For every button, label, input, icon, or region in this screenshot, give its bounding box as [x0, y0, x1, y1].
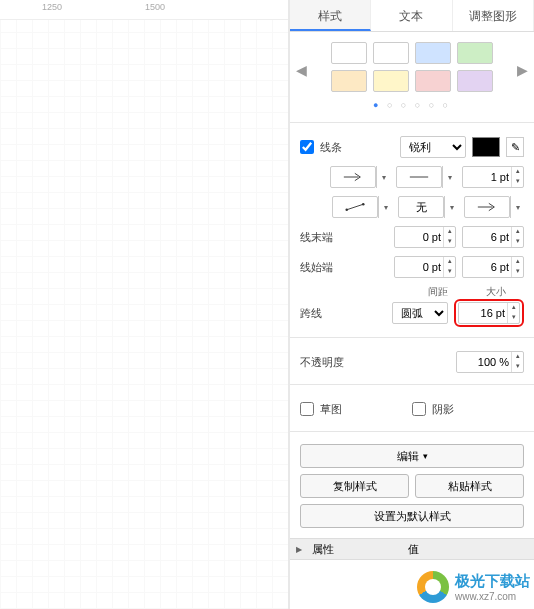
- arrow-start-style-button[interactable]: [464, 196, 510, 218]
- line-end-label: 线末端: [300, 230, 336, 245]
- line-dash-style-button[interactable]: [396, 166, 442, 188]
- svg-point-4: [362, 203, 365, 206]
- line-dash-dropdown-icon[interactable]: ▾: [442, 166, 456, 188]
- line-end-spacing-input[interactable]: [395, 227, 443, 247]
- line-sharp-select[interactable]: 锐利: [400, 136, 466, 158]
- waypoint-style-button[interactable]: 无: [398, 196, 444, 218]
- canvas-ruler-horizontal: 1250 1500: [0, 0, 290, 20]
- watermark: 极光下载站 www.xz7.com: [417, 571, 530, 603]
- arrow-end-style-button[interactable]: [330, 166, 376, 188]
- svg-line-2: [347, 204, 364, 210]
- swatch-pink[interactable]: [415, 70, 451, 92]
- tab-style[interactable]: 样式: [290, 0, 371, 31]
- disclosure-triangle-icon[interactable]: ▶: [290, 545, 304, 554]
- edit-style-label: 编辑: [397, 449, 419, 464]
- cross-line-size-highlight: ▴▾: [454, 299, 524, 327]
- swatch-next-icon[interactable]: ▶: [517, 62, 528, 78]
- connector-type-dropdown-icon[interactable]: ▾: [378, 196, 392, 218]
- ruler-mark: 1500: [145, 2, 165, 12]
- cross-line-label: 跨线: [300, 306, 336, 321]
- cross-line-size-stepper[interactable]: ▴▾: [458, 302, 520, 324]
- swatch-purple[interactable]: [457, 70, 493, 92]
- cross-line-size-input[interactable]: [459, 303, 507, 323]
- swatch-row-2: [298, 70, 526, 92]
- spacing-header-label: 间距: [428, 285, 448, 299]
- swatch-white-2[interactable]: [373, 42, 409, 64]
- arrow-end-dropdown-icon[interactable]: ▾: [376, 166, 390, 188]
- opacity-label: 不透明度: [300, 355, 350, 370]
- sketch-checkbox[interactable]: [300, 402, 314, 416]
- line-end-size-stepper[interactable]: ▴▾: [462, 226, 524, 248]
- line-start-size-stepper[interactable]: ▴▾: [462, 256, 524, 278]
- panel-tabs: 样式 文本 调整图形: [290, 0, 534, 32]
- watermark-title: 极光下载站: [455, 572, 530, 589]
- swatch-blue[interactable]: [415, 42, 451, 64]
- swatch-prev-icon[interactable]: ◀: [296, 62, 307, 78]
- set-default-style-button[interactable]: 设置为默认样式: [300, 504, 524, 528]
- line-width-input[interactable]: [463, 167, 511, 187]
- connector-type-button[interactable]: [332, 196, 378, 218]
- line-color-pencil-icon[interactable]: ✎: [506, 137, 524, 157]
- canvas-grid[interactable]: 1250 1500: [0, 0, 290, 609]
- swatch-yellow[interactable]: [373, 70, 409, 92]
- properties-column-attr: 属性: [304, 542, 400, 557]
- line-width-stepper[interactable]: ▴▾: [462, 166, 524, 188]
- line-label: 线条: [320, 140, 356, 155]
- opacity-input[interactable]: [457, 352, 511, 372]
- line-color-swatch[interactable]: [472, 137, 500, 157]
- swatch-white[interactable]: [331, 42, 367, 64]
- properties-table-header: ▶ 属性 值: [290, 538, 534, 560]
- format-panel: 样式 文本 调整图形 ◀ ▶ ● ○ ○ ○ ○ ○ 线条 锐利: [290, 0, 534, 609]
- shadow-checkbox[interactable]: [412, 402, 426, 416]
- copy-style-button[interactable]: 复制样式: [300, 474, 409, 498]
- swatch-pager[interactable]: ● ○ ○ ○ ○ ○: [298, 98, 526, 118]
- line-end-spacing-stepper[interactable]: ▴▾: [394, 226, 456, 248]
- stepper-down-icon[interactable]: ▾: [511, 177, 523, 187]
- line-start-label: 线始端: [300, 260, 336, 275]
- line-start-spacing-stepper[interactable]: ▴▾: [394, 256, 456, 278]
- watermark-logo-icon: [417, 571, 449, 603]
- properties-column-value: 值: [400, 542, 427, 557]
- stepper-up-icon[interactable]: ▴: [511, 167, 523, 177]
- size-header-label: 大小: [486, 285, 506, 299]
- sketch-label: 草图: [320, 402, 356, 417]
- opacity-stepper[interactable]: ▴▾: [456, 351, 524, 373]
- line-start-spacing-input[interactable]: [395, 257, 443, 277]
- line-enabled-checkbox[interactable]: [300, 140, 314, 154]
- line-end-size-input[interactable]: [463, 227, 511, 247]
- swatch-row-1: [298, 42, 526, 64]
- ruler-mark: 1250: [42, 2, 62, 12]
- swatch-orange[interactable]: [331, 70, 367, 92]
- chevron-down-icon: ▾: [423, 451, 428, 461]
- svg-point-3: [345, 208, 348, 211]
- arrow-start-dropdown-icon[interactable]: ▾: [510, 196, 524, 218]
- tab-text[interactable]: 文本: [371, 0, 452, 31]
- edit-style-button[interactable]: 编辑 ▾: [300, 444, 524, 468]
- watermark-url: www.xz7.com: [455, 591, 530, 602]
- cross-line-style-select[interactable]: 圆弧: [392, 302, 448, 324]
- waypoint-style-dropdown-icon[interactable]: ▾: [444, 196, 458, 218]
- shadow-label: 阴影: [432, 402, 468, 417]
- swatch-green[interactable]: [457, 42, 493, 64]
- tab-adjust-shape[interactable]: 调整图形: [453, 0, 534, 31]
- line-start-size-input[interactable]: [463, 257, 511, 277]
- paste-style-button[interactable]: 粘贴样式: [415, 474, 524, 498]
